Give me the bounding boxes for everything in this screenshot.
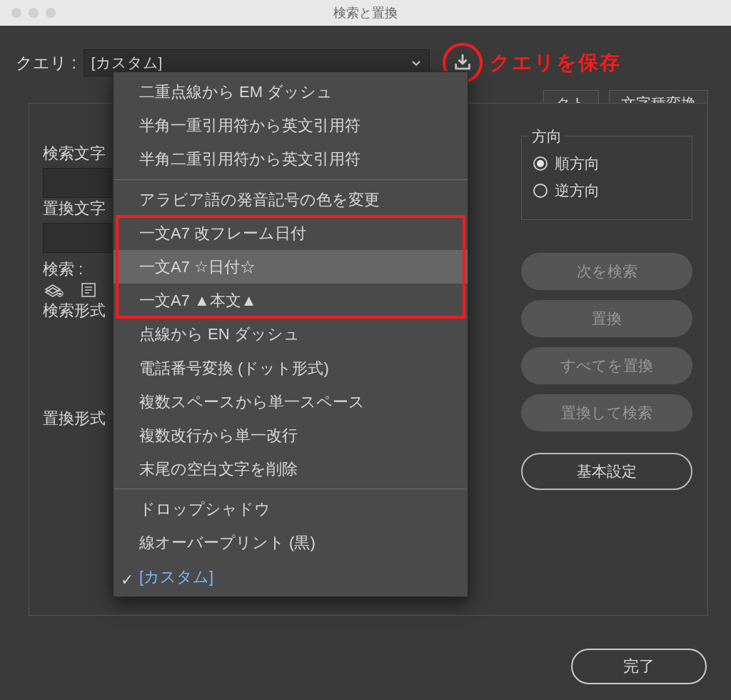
dropdown-item[interactable]: 一文A7 改フレーム日付 bbox=[114, 216, 468, 250]
dropdown-item[interactable]: 複数スペースから単一スペース bbox=[114, 385, 468, 419]
svg-rect-3 bbox=[59, 293, 61, 295]
checkmark-icon: ✓ bbox=[121, 567, 133, 592]
dropdown-item[interactable]: 一文A7 ▲本文▲ bbox=[114, 284, 468, 317]
direction-backward-option[interactable]: 逆方向 bbox=[533, 181, 680, 201]
search-scope-label: 検索 : bbox=[43, 259, 111, 281]
dropdown-separator bbox=[114, 489, 468, 489]
find-format-label: 検索形式 bbox=[43, 300, 111, 322]
find-string-input[interactable] bbox=[43, 168, 111, 198]
direction-backward-label: 逆方向 bbox=[555, 181, 600, 201]
locked-layer-icon[interactable] bbox=[43, 280, 66, 300]
direction-forward-label: 順方向 bbox=[555, 154, 600, 174]
basic-settings-button[interactable]: 基本設定 bbox=[521, 453, 692, 490]
close-window-icon[interactable] bbox=[11, 8, 21, 18]
dropdown-item[interactable]: 半角一重引用符から英文引用符 bbox=[114, 109, 468, 142]
direction-title: 方向 bbox=[529, 126, 565, 146]
dropdown-item[interactable]: 末尾の空白文字を削除 bbox=[114, 452, 468, 486]
replace-string-input[interactable] bbox=[43, 223, 111, 253]
query-label: クエリ : bbox=[16, 52, 76, 74]
footnote-icon[interactable] bbox=[77, 280, 100, 300]
dropdown-item[interactable]: 二重点線から EM ダッシュ bbox=[114, 75, 468, 109]
find-next-button[interactable]: 次を検索 bbox=[521, 253, 692, 290]
dropdown-item[interactable]: 電話番号変換 (ドット形式) bbox=[114, 351, 468, 385]
dropdown-item[interactable]: [カスタム]✓ bbox=[114, 560, 468, 594]
dropdown-item[interactable]: 線オーバープリント (黒) bbox=[114, 526, 468, 559]
direction-group: 方向 順方向 逆方向 bbox=[521, 136, 692, 220]
direction-forward-option[interactable]: 順方向 bbox=[533, 154, 680, 174]
dropdown-item[interactable]: ドロップシャドウ bbox=[114, 492, 468, 526]
dropdown-item[interactable]: 一文A7 ☆日付☆ bbox=[114, 250, 468, 284]
minimize-window-icon[interactable] bbox=[29, 8, 39, 18]
save-query-icon[interactable] bbox=[453, 53, 473, 73]
titlebar: 検索と置換 bbox=[0, 0, 731, 26]
zoom-window-icon[interactable] bbox=[46, 8, 56, 18]
query-select-value: [カスタム] bbox=[91, 53, 163, 73]
find-string-label: 検索文字 bbox=[43, 143, 111, 165]
change-find-button[interactable]: 置換して検索 bbox=[521, 394, 692, 431]
save-query-annotation: クエリを保存 bbox=[490, 49, 621, 76]
change-all-button[interactable]: すべてを置換 bbox=[521, 347, 692, 384]
dropdown-item[interactable]: 点線から EN ダッシュ bbox=[114, 317, 468, 351]
chevron-down-icon bbox=[410, 57, 422, 69]
replace-format-label: 置換形式 bbox=[43, 408, 111, 430]
done-button[interactable]: 完了 bbox=[571, 649, 707, 684]
radio-checked-icon bbox=[533, 156, 548, 171]
window-title: 検索と置換 bbox=[0, 4, 731, 21]
dropdown-item[interactable]: アラビア語の発音記号の色を変更 bbox=[114, 183, 468, 216]
dropdown-item[interactable]: 半角二重引用符から英文引用符 bbox=[114, 142, 468, 176]
radio-unchecked-icon bbox=[533, 184, 548, 198]
dropdown-item[interactable]: 複数改行から単一改行 bbox=[114, 419, 468, 452]
replace-string-label: 置換文字 bbox=[43, 198, 111, 220]
window-controls[interactable] bbox=[0, 8, 56, 18]
change-button[interactable]: 置換 bbox=[521, 300, 692, 337]
query-dropdown-list[interactable]: 二重点線から EM ダッシュ半角一重引用符から英文引用符半角二重引用符から英文引… bbox=[113, 71, 468, 597]
dropdown-separator bbox=[114, 179, 468, 180]
